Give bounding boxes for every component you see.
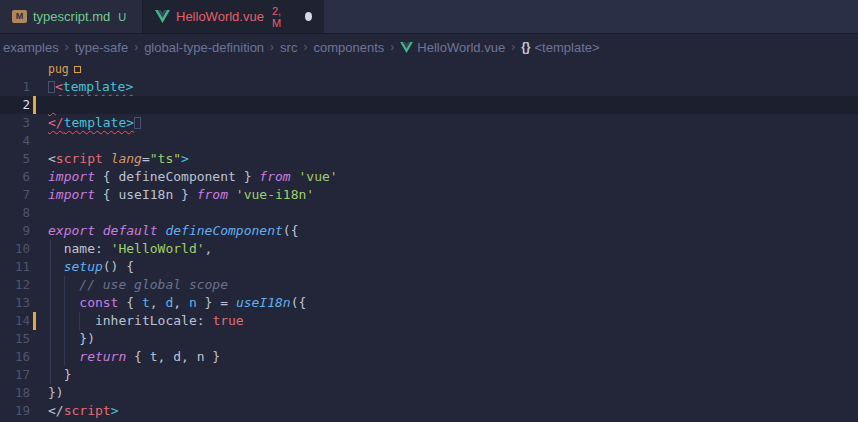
breadcrumb-separator: › <box>270 40 274 54</box>
gutter-spacer <box>30 366 38 384</box>
code-line[interactable]: 13 const { t, d, n } = useI18n({ <box>0 294 858 312</box>
line-number[interactable]: 2 <box>0 96 30 114</box>
breadcrumb-item-type-safe[interactable]: type-safe <box>75 40 128 55</box>
line-number[interactable]: 7 <box>0 186 30 204</box>
problems-git-badge: 2, M <box>272 5 289 29</box>
vue-icon <box>400 42 413 53</box>
gutter-spacer <box>30 258 38 276</box>
breadcrumb-item-src[interactable]: src <box>280 40 297 55</box>
breadcrumb-item-helloworld-vue[interactable]: HelloWorld.vue <box>400 40 505 55</box>
gutter-spacer <box>30 204 38 222</box>
gutter-spacer <box>30 132 38 150</box>
gutter-spacer <box>30 276 38 294</box>
code-text <box>38 96 56 114</box>
gutter-spacer <box>30 240 38 258</box>
tab-helloworld-vue[interactable]: HelloWorld.vue 2, M <box>143 0 324 33</box>
gutter-spacer <box>30 402 38 420</box>
line-number[interactable]: 17 <box>0 366 30 384</box>
code-line[interactable]: 7import { useI18n } from 'vue-i18n' <box>0 186 858 204</box>
code-text: }) <box>38 384 64 402</box>
git-modified-marker <box>30 312 38 330</box>
breadcrumb-label: global-type-definition <box>144 40 264 55</box>
editor-tab-bar: M typescript.md U HelloWorld.vue 2, M <box>0 0 858 34</box>
gutter-spacer <box>30 150 38 168</box>
gutter-spacer <box>30 168 38 186</box>
code-text <box>38 132 48 150</box>
code-line[interactable]: 11 setup() { <box>0 258 858 276</box>
breadcrumb-label: HelloWorld.vue <box>417 40 505 55</box>
template-lang-hint[interactable]: pug <box>48 62 81 76</box>
code-text: import { defineComponent } from 'vue' <box>38 168 338 186</box>
code-line[interactable]: 2 <box>0 96 858 114</box>
line-number[interactable]: 12 <box>0 276 30 294</box>
line-number[interactable]: 13 <box>0 294 30 312</box>
code-line[interactable]: 16 return { t, d, n } <box>0 348 858 366</box>
gutter-spacer <box>30 330 38 348</box>
line-number[interactable]: 3 <box>0 114 30 132</box>
indent-guide <box>64 276 65 366</box>
gutter-spacer <box>30 114 38 132</box>
code-line[interactable]: 9export default defineComponent({ <box>0 222 858 240</box>
line-number[interactable]: 10 <box>0 240 30 258</box>
gutter-spacer <box>30 222 38 240</box>
breadcrumb-separator: › <box>134 40 138 54</box>
hint-box-icon <box>74 66 81 73</box>
breadcrumb-item-examples[interactable]: examples <box>3 40 59 55</box>
code-line[interactable]: 5<script lang="ts"> <box>0 150 858 168</box>
code-line[interactable]: 8 <box>0 204 858 222</box>
line-number[interactable]: 11 <box>0 258 30 276</box>
breadcrumb-separator: › <box>303 40 307 54</box>
code-text: export default defineComponent({ <box>38 222 298 240</box>
code-text: </template> <box>38 114 141 132</box>
line-number[interactable]: 5 <box>0 150 30 168</box>
line-number[interactable]: 8 <box>0 204 30 222</box>
code-line[interactable]: 6import { defineComponent } from 'vue' <box>0 168 858 186</box>
code-line[interactable]: 1<template> <box>0 78 858 96</box>
code-line[interactable]: 14 inheritLocale: true <box>0 312 858 330</box>
gutter-spacer <box>30 186 38 204</box>
code-line[interactable]: 10 name: 'HelloWorld', <box>0 240 858 258</box>
git-modified-marker <box>30 96 38 114</box>
line-number[interactable]: 6 <box>0 168 30 186</box>
code-line[interactable]: 15 }) <box>0 330 858 348</box>
breadcrumb-label: <template> <box>535 40 600 55</box>
code-text <box>38 204 48 222</box>
code-text: </script> <box>38 402 118 420</box>
indent-guide <box>79 312 80 330</box>
line-number[interactable]: 9 <box>0 222 30 240</box>
line-number[interactable]: 4 <box>0 132 30 150</box>
vue-icon <box>155 10 170 23</box>
line-number[interactable]: 16 <box>0 348 30 366</box>
tab-typescript-md[interactable]: M typescript.md U <box>0 0 143 33</box>
code-line[interactable]: 18}) <box>0 384 858 402</box>
code-editor[interactable]: pug 1<template>2 3</template>45<script l… <box>0 60 858 422</box>
line-number[interactable]: 15 <box>0 330 30 348</box>
line-number[interactable]: 1 <box>0 78 30 96</box>
code-line[interactable]: 4 <box>0 132 858 150</box>
code-line[interactable]: 19</script> <box>0 402 858 420</box>
line-number[interactable]: 19 <box>0 402 30 420</box>
symbol-braces-icon: {} <box>521 40 530 54</box>
gutter-spacer <box>30 384 38 402</box>
breadcrumb-separator: › <box>511 40 515 54</box>
code-text: <template> <box>38 78 133 96</box>
code-text: name: 'HelloWorld', <box>38 240 212 258</box>
code-text: const { t, d, n } = useI18n({ <box>38 294 306 312</box>
breadcrumb-label: src <box>280 40 297 55</box>
template-lang-hint-row: pug <box>0 60 858 78</box>
line-number[interactable]: 18 <box>0 384 30 402</box>
breadcrumb-item-components[interactable]: components <box>313 40 384 55</box>
tab-label: typescript.md <box>33 9 110 24</box>
breadcrumb-item--template-[interactable]: {}<template> <box>521 40 599 55</box>
markdown-icon: M <box>12 10 27 23</box>
unsaved-changes-dot[interactable] <box>305 12 312 21</box>
breadcrumb-separator: › <box>390 40 394 54</box>
code-line[interactable]: 17 } <box>0 366 858 384</box>
code-line[interactable]: 12 // use global scope <box>0 276 858 294</box>
code-line[interactable]: 3</template> <box>0 114 858 132</box>
line-number[interactable]: 14 <box>0 312 30 330</box>
indent-guide <box>50 240 51 384</box>
code-text: return { t, d, n } <box>38 348 220 366</box>
breadcrumb-item-global-type-definition[interactable]: global-type-definition <box>144 40 264 55</box>
code-text: import { useI18n } from 'vue-i18n' <box>38 186 314 204</box>
